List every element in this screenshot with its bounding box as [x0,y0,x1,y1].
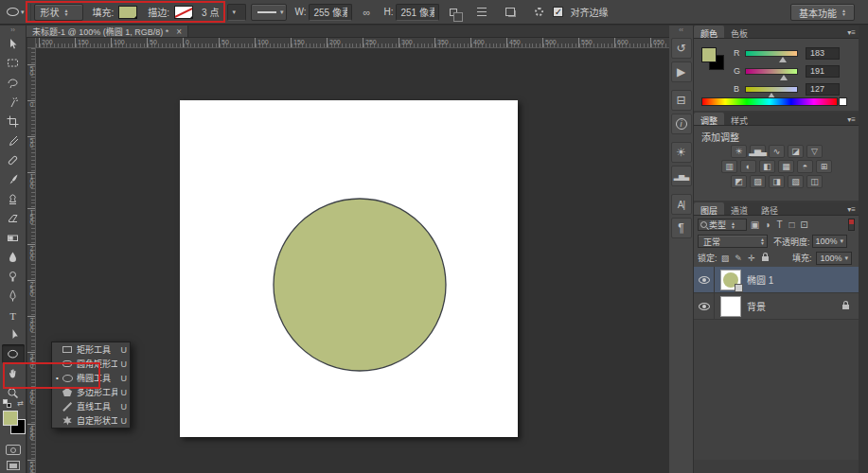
blur-tool[interactable] [2,248,25,267]
flyout-item-rounded-rect-tool[interactable]: 圆角矩形工具U [52,357,130,371]
levels-icon[interactable]: ▂▅▃ [750,145,766,158]
document-tab[interactable]: 未标题-1 @ 100% (椭圆 1, RGB/8) * × [27,26,188,37]
filter-adjustment-icon[interactable]: ◑ [761,219,773,230]
swap-colors-icon[interactable]: ⇄ [17,400,24,408]
move-tool[interactable] [2,34,25,53]
clone-stamp-tool[interactable] [2,189,25,208]
curves-icon[interactable]: ∿ [769,145,785,158]
color-spectrum-bar[interactable] [701,97,838,106]
filter-pixel-icon[interactable]: ▣ [749,219,761,230]
panel-menu-icon[interactable]: ▾≡ [847,115,856,124]
tab-adjustments[interactable]: 调整 [694,113,724,125]
filter-shape-icon[interactable]: □ [786,219,798,230]
ellipse-shape[interactable] [274,199,446,371]
path-alignment-icon[interactable] [474,6,489,19]
tab-styles[interactable]: 样式 [724,113,754,125]
gradient-tool[interactable] [2,228,25,247]
channel-mixer-icon[interactable]: ◓ [797,160,813,173]
dodge-tool[interactable] [2,267,25,286]
channel-value-g[interactable]: 191 [806,65,840,78]
tab-color[interactable]: 颜色 [694,26,724,38]
document-canvas[interactable] [180,100,518,437]
photo-filter-icon[interactable]: ▦ [778,160,794,173]
slider-track-r[interactable] [745,50,798,57]
color-balance-icon[interactable]: ◐ [740,160,756,173]
fill-color-swatch[interactable] [118,6,137,19]
foreground-color-swatch[interactable] [3,411,18,426]
brightness-contrast-icon[interactable]: ☀ [731,145,747,158]
tool-mode-select[interactable]: 形状 ▲▼ [34,4,83,21]
layer-name[interactable]: 背景 [747,299,842,313]
lock-pixels-icon[interactable]: ✎ [734,254,744,263]
filter-type-icon[interactable]: T [773,219,786,230]
info-icon[interactable]: i [671,114,692,134]
paragraph-icon[interactable]: ¶ [671,218,692,238]
quick-mask-icon[interactable] [6,445,21,455]
flyout-item-ellipse-tool[interactable]: •椭圆工具U [52,371,130,385]
posterize-icon[interactable]: ▨ [750,175,766,188]
actions-icon[interactable]: ▶ [671,61,692,82]
tab-swatches[interactable]: 色板 [724,26,754,38]
layer-visibility-toggle[interactable] [694,293,715,319]
lock-transparency-icon[interactable]: ▨ [720,254,731,263]
tab-channels[interactable]: 通道 [724,202,754,215]
layer-thumbnail[interactable] [720,296,741,317]
white-chip[interactable] [839,97,847,106]
panel-menu-icon[interactable]: ▾≡ [847,205,856,214]
slider-track-b[interactable] [745,86,798,93]
slider-handle-icon[interactable] [780,75,788,80]
link-dimensions-icon[interactable]: ∞ [359,6,374,19]
history-icon[interactable]: ↺ [671,38,692,59]
lock-all-icon[interactable] [760,254,771,263]
height-field[interactable]: 251 像素 [396,4,439,21]
crop-tool[interactable] [2,112,25,131]
stroke-width-value[interactable]: 3 点 [202,5,219,19]
gradient-map-icon[interactable]: ◫ [806,175,823,188]
flyout-item-rect-tool[interactable]: 矩形工具U [52,342,130,357]
screen-mode-icon[interactable] [7,461,20,470]
lasso-tool[interactable] [2,73,25,92]
filter-toggle[interactable] [848,219,855,231]
brush-tool[interactable] [2,170,25,189]
selective-color-icon[interactable]: ▧ [788,175,804,188]
threshold-icon[interactable]: ◨ [769,175,785,188]
slider-handle-icon[interactable] [779,57,787,62]
layer-thumbnail[interactable] [720,270,741,290]
width-field[interactable]: 255 像素 [309,4,352,21]
tab-paths[interactable]: 路径 [754,202,785,215]
tool-preset-picker[interactable]: ▾ [4,6,27,18]
black-white-icon[interactable]: ◧ [759,160,775,173]
hand-tool[interactable] [2,364,25,383]
invert-icon[interactable]: ◩ [731,175,747,188]
character-icon[interactable]: A| [671,194,692,215]
path-selection-tool[interactable] [2,325,25,344]
hue-saturation-icon[interactable]: ▥ [721,160,737,173]
layer-filter-select[interactable]: 类型 ▲▼ [698,219,747,231]
fill-opacity-field[interactable]: 100% ▾ [816,252,852,265]
path-operations-icon[interactable] [446,6,461,19]
layer-name[interactable]: 椭圆 1 [747,272,859,287]
eyedropper-tool[interactable] [2,131,25,150]
lock-position-icon[interactable]: ✛ [747,254,757,263]
stroke-type-select[interactable]: ▾ [251,4,287,21]
stroke-width-dropdown[interactable]: ▾ [227,4,246,21]
vibrance-icon[interactable]: ▽ [806,145,823,158]
type-tool[interactable]: T [2,306,25,324]
tab-layers[interactable]: 图层 [694,202,724,215]
channel-value-b[interactable]: 127 [806,83,840,96]
pen-tool[interactable] [2,287,25,306]
geometry-options-gear-icon[interactable] [531,6,546,19]
exposure-icon[interactable]: ◪ [788,145,804,158]
panel-menu-icon[interactable]: ▾≡ [847,28,856,37]
collapse-toolbar-icon[interactable]: ›› [0,26,26,34]
expand-dock-icon[interactable]: ‹‹ [669,26,693,35]
close-tab-icon[interactable]: × [176,26,182,37]
channel-value-r[interactable]: 183 [806,47,840,60]
layer-visibility-toggle[interactable] [694,267,715,292]
default-colors-icon[interactable] [3,399,11,408]
panel-foreground-swatch[interactable] [701,47,717,62]
layer-row[interactable]: 椭圆 1 [694,267,859,293]
path-arrangement-icon[interactable] [503,6,518,19]
align-edges-checkbox[interactable]: ✓ [553,7,563,17]
properties-icon[interactable]: ⊟ [671,90,692,111]
